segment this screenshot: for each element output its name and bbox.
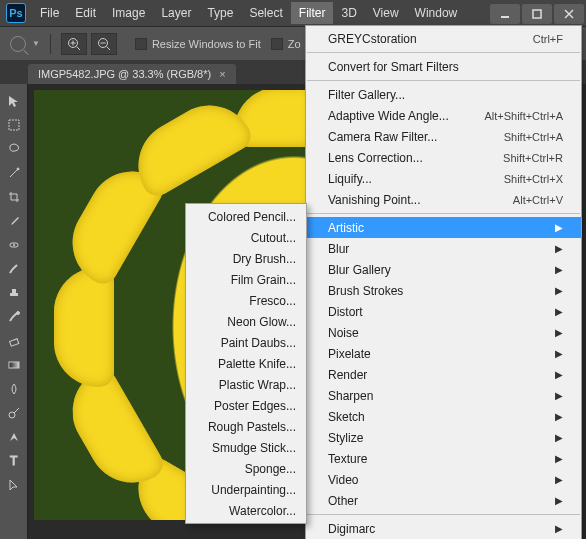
tool-eyedropper[interactable] [3,210,25,232]
resize-windows-label: Resize Windows to Fit [152,38,261,50]
artistic-sponge-[interactable]: Sponge... [186,458,306,479]
zoom-out-button[interactable] [91,33,117,55]
artistic-palette-knife-[interactable]: Palette Knife... [186,353,306,374]
filter-main-group: Filter Gallery...Adaptive Wide Angle...A… [306,84,581,210]
window-controls [490,2,586,24]
zoom-all-label: Zo [288,38,301,50]
tool-pen[interactable] [3,426,25,448]
artistic-cutout-[interactable]: Cutout... [186,227,306,248]
zoom-in-button[interactable] [61,33,87,55]
svg-line-9 [106,46,110,50]
menu-image[interactable]: Image [104,2,153,24]
artistic-underpainting-[interactable]: Underpainting... [186,479,306,500]
tab-close-icon[interactable]: × [219,68,225,80]
menu-3d[interactable]: 3D [333,2,364,24]
close-button[interactable] [554,4,584,24]
filter-item-adaptive-wide-angle-[interactable]: Adaptive Wide Angle...Alt+Shift+Ctrl+A [306,105,581,126]
filter-category-texture[interactable]: Texture▶ [306,448,581,469]
filter-category-noise[interactable]: Noise▶ [306,322,581,343]
artistic-fresco-[interactable]: Fresco... [186,290,306,311]
tool-type[interactable]: T [3,450,25,472]
artistic-film-grain-[interactable]: Film Grain... [186,269,306,290]
minimize-button[interactable] [490,4,520,24]
svg-line-5 [76,46,80,50]
artistic-plastic-wrap-[interactable]: Plastic Wrap... [186,374,306,395]
tool-lasso[interactable] [3,138,25,160]
tool-path[interactable] [3,474,25,496]
artistic-rough-pastels-[interactable]: Rough Pastels... [186,416,306,437]
menu-file[interactable]: File [32,2,67,24]
tool-brush[interactable] [3,258,25,280]
menu-select[interactable]: Select [241,2,290,24]
filter-item-camera-raw-filter-[interactable]: Camera Raw Filter...Shift+Ctrl+A [306,126,581,147]
svg-text:T: T [10,454,18,468]
tool-dodge[interactable] [3,402,25,424]
zoom-tool-icon [10,36,26,52]
filter-category-distort[interactable]: Distort▶ [306,301,581,322]
tool-crop[interactable] [3,186,25,208]
menu-layer[interactable]: Layer [153,2,199,24]
tool-move[interactable] [3,90,25,112]
tool-heal[interactable] [3,234,25,256]
filter-category-blur-gallery[interactable]: Blur Gallery▶ [306,259,581,280]
filter-category-render[interactable]: Render▶ [306,364,581,385]
svg-rect-11 [9,120,19,130]
menu-filter[interactable]: Filter [291,2,334,24]
filter-item-lens-correction-[interactable]: Lens Correction...Shift+Ctrl+R [306,147,581,168]
tool-dropdown-arrow[interactable]: ▼ [32,39,40,48]
tool-wand[interactable] [3,162,25,184]
tool-blur[interactable] [3,378,25,400]
artistic-poster-edges-[interactable]: Poster Edges... [186,395,306,416]
filter-category-sketch[interactable]: Sketch▶ [306,406,581,427]
menu-type[interactable]: Type [199,2,241,24]
menu-edit[interactable]: Edit [67,2,104,24]
svg-point-13 [17,168,19,170]
artistic-watercolor-[interactable]: Watercolor... [186,500,306,521]
filter-convert-smart[interactable]: Convert for Smart Filters [306,56,581,77]
svg-rect-19 [9,362,19,368]
svg-rect-18 [9,339,18,346]
app-logo: Ps [6,3,26,23]
zoom-all-checkbox[interactable]: Zo [271,38,301,50]
filter-category-brush-strokes[interactable]: Brush Strokes▶ [306,280,581,301]
filter-item-liquify-[interactable]: Liquify...Shift+Ctrl+X [306,168,581,189]
filter-item-filter-gallery-[interactable]: Filter Gallery... [306,84,581,105]
svg-point-17 [16,312,19,315]
artistic-submenu: Colored Pencil...Cutout...Dry Brush...Fi… [185,203,307,524]
tool-gradient[interactable] [3,354,25,376]
filter-category-pixelate[interactable]: Pixelate▶ [306,343,581,364]
filter-category-other[interactable]: Other▶ [306,490,581,511]
tool-marquee[interactable] [3,114,25,136]
resize-windows-checkbox[interactable]: Resize Windows to Fit [135,38,261,50]
document-tab[interactable]: IMGP5482.JPG @ 33.3% (RGB/8*) × [28,64,236,84]
svg-line-21 [14,408,19,413]
tool-stamp[interactable] [3,282,25,304]
svg-line-12 [10,170,17,177]
artistic-neon-glow-[interactable]: Neon Glow... [186,311,306,332]
filter-category-artistic[interactable]: Artistic▶ [306,217,581,238]
filter-categories-group: Artistic▶Blur▶Blur Gallery▶Brush Strokes… [306,217,581,511]
maximize-button[interactable] [522,4,552,24]
artistic-paint-daubs-[interactable]: Paint Daubs... [186,332,306,353]
filter-item-vanishing-point-[interactable]: Vanishing Point...Alt+Ctrl+V [306,189,581,210]
filter-menu: GREYCstoration Ctrl+F Convert for Smart … [305,25,582,539]
tool-eraser[interactable] [3,330,25,352]
menubar: FileEditImageLayerTypeSelectFilter3DView… [32,2,465,24]
menu-window[interactable]: Window [407,2,466,24]
filter-last[interactable]: GREYCstoration Ctrl+F [306,28,581,49]
artistic-smudge-stick-[interactable]: Smudge Stick... [186,437,306,458]
titlebar: Ps FileEditImageLayerTypeSelectFilter3DV… [0,0,586,26]
tool-history[interactable] [3,306,25,328]
filter-category-video[interactable]: Video▶ [306,469,581,490]
menu-view[interactable]: View [365,2,407,24]
artistic-dry-brush-[interactable]: Dry Brush... [186,248,306,269]
svg-rect-1 [533,10,541,18]
filter-category-sharpen[interactable]: Sharpen▶ [306,385,581,406]
filter-category-blur[interactable]: Blur▶ [306,238,581,259]
tools-panel: T [0,84,28,539]
filter-category-stylize[interactable]: Stylize▶ [306,427,581,448]
artistic-colored-pencil-[interactable]: Colored Pencil... [186,206,306,227]
filter-digimarc[interactable]: Digimarc▶ [306,518,581,539]
document-tab-title: IMGP5482.JPG @ 33.3% (RGB/8*) [38,68,211,80]
